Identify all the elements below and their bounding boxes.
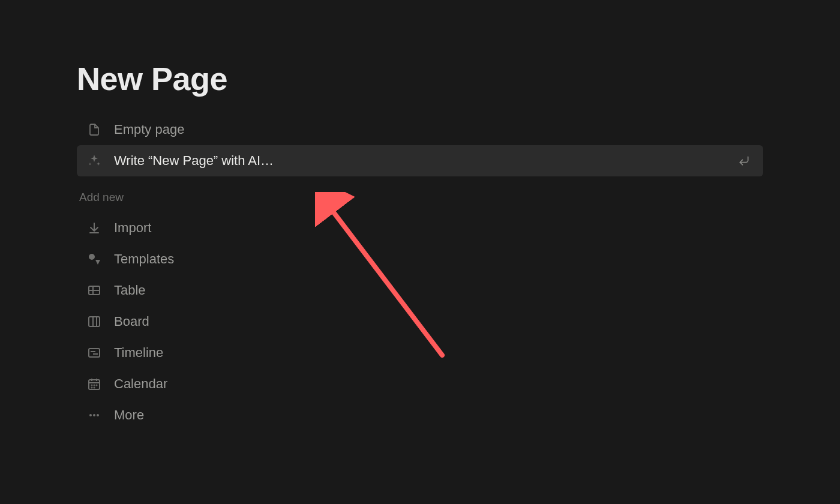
menu-item-label: Board	[114, 314, 754, 329]
shapes-icon	[86, 251, 102, 267]
menu-item-more[interactable]: More	[77, 400, 763, 431]
svg-rect-7	[89, 317, 100, 326]
menu-item-label: Write “New Page” with AI…	[114, 153, 726, 169]
svg-point-21	[94, 388, 95, 388]
page-title[interactable]: New Page	[77, 60, 763, 97]
download-icon	[86, 220, 102, 236]
menu-item-label: Calendar	[114, 376, 754, 392]
menu-item-label: Timeline	[114, 345, 754, 361]
calendar-icon	[86, 376, 102, 392]
svg-point-18	[94, 385, 95, 386]
menu-item-label: Table	[114, 283, 754, 298]
timeline-icon	[86, 345, 102, 361]
svg-point-23	[93, 414, 95, 416]
svg-point-17	[92, 385, 92, 386]
sparkle-icon	[86, 153, 102, 169]
menu-item-label: More	[114, 407, 754, 423]
menu-item-label: Import	[114, 220, 754, 236]
table-icon	[86, 283, 102, 298]
board-icon	[86, 314, 102, 329]
svg-point-22	[89, 414, 92, 416]
menu-item-import[interactable]: Import	[77, 212, 763, 244]
more-icon	[86, 407, 102, 423]
menu-item-empty-page[interactable]: Empty page	[77, 114, 763, 145]
menu-item-templates[interactable]: Templates	[77, 244, 763, 275]
svg-rect-10	[89, 349, 100, 357]
menu-item-calendar[interactable]: Calendar	[77, 368, 763, 400]
page-icon	[86, 122, 102, 137]
svg-point-19	[97, 385, 97, 386]
top-menu: Empty page Write “New Page” with AI…	[77, 114, 763, 176]
svg-marker-3	[95, 260, 100, 265]
svg-point-24	[97, 414, 99, 416]
add-new-menu: Import Templates Table	[77, 212, 763, 431]
svg-point-2	[89, 254, 95, 260]
svg-point-20	[92, 388, 92, 388]
enter-icon	[738, 155, 754, 167]
menu-item-label: Empty page	[114, 122, 754, 137]
menu-item-table[interactable]: Table	[77, 275, 763, 306]
page-content: New Page Empty page Write “New Page” w	[0, 0, 840, 431]
menu-item-timeline[interactable]: Timeline	[77, 337, 763, 368]
menu-item-label: Templates	[114, 251, 754, 267]
menu-item-write-with-ai[interactable]: Write “New Page” with AI…	[77, 145, 763, 176]
menu-item-board[interactable]: Board	[77, 306, 763, 337]
section-header-add-new: Add new	[77, 176, 763, 212]
